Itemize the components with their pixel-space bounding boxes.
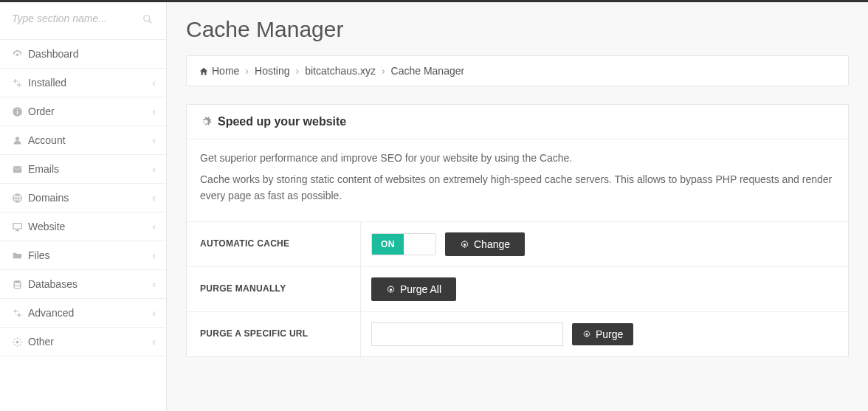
toggle-off-space <box>404 234 435 255</box>
user-icon <box>12 135 28 146</box>
gauge-icon <box>12 49 28 60</box>
svg-line-1 <box>149 21 152 24</box>
sidebar-item-installed: Installed‹ <box>0 68 166 97</box>
sidebar-item-label: Advanced <box>28 307 74 319</box>
breadcrumb-label: Home <box>212 65 239 77</box>
auto-cache-toggle[interactable]: ON <box>371 233 436 255</box>
sidebar-item-emails: Emails‹ <box>0 154 166 183</box>
breadcrumb-bitcatchaus-xyz[interactable]: bitcatchaus.xyz <box>305 65 376 77</box>
sidebar-item-label: Installed <box>28 77 66 89</box>
sidebar-link-website[interactable]: Website‹ <box>0 213 166 241</box>
chevron-right-icon: › <box>245 65 249 77</box>
chevron-left-icon: ‹ <box>152 221 156 232</box>
panel-para1: Get superior performance and improve SEO… <box>200 150 835 166</box>
search-input[interactable] <box>12 13 154 24</box>
chevron-left-icon: ‹ <box>152 278 156 290</box>
svg-point-3 <box>18 83 21 86</box>
sidebar-link-installed[interactable]: Installed‹ <box>0 69 166 97</box>
panel-description: Get superior performance and improve SEO… <box>187 139 848 221</box>
sidebar-item-label: Order <box>28 106 55 117</box>
sidebar-item-databases: Databases‹ <box>0 269 166 298</box>
svg-rect-6 <box>17 108 18 109</box>
change-button[interactable]: Change <box>445 232 525 256</box>
chevron-left-icon: ‹ <box>152 336 156 348</box>
sidebar-item-dashboard: Dashboard <box>0 39 166 68</box>
row-label: Purge a Specific URL <box>187 312 361 356</box>
chevron-left-icon: ‹ <box>152 77 156 89</box>
svg-point-12 <box>15 310 17 312</box>
svg-rect-8 <box>13 166 21 173</box>
sidebar-item-label: Dashboard <box>28 48 79 60</box>
purge-button-label: Purge <box>596 328 623 340</box>
sidebar-link-databases[interactable]: Databases‹ <box>0 270 166 298</box>
sidebar-link-account[interactable]: Account‹ <box>0 126 166 154</box>
gears-icon <box>200 116 212 128</box>
chevron-left-icon: ‹ <box>152 106 156 117</box>
sidebar-search <box>0 2 166 30</box>
chevron-left-icon: ‹ <box>152 134 156 146</box>
panel-heading: Speed up your website <box>187 105 848 139</box>
sidebar-item-domains: Domains‹ <box>0 183 166 212</box>
sidebar-item-advanced: Advanced‹ <box>0 298 166 327</box>
svg-point-11 <box>14 280 21 283</box>
sidebar: DashboardInstalled‹Order‹Account‹Emails‹… <box>0 2 167 411</box>
sidebar-item-label: Emails <box>28 163 59 175</box>
breadcrumb-label: Cache Manager <box>391 65 465 77</box>
row-label: Automatic Cache <box>187 222 361 266</box>
sidebar-link-other[interactable]: Other‹ <box>0 328 166 356</box>
sidebar-item-label: Other <box>28 336 54 348</box>
sidebar-item-files: Files‹ <box>0 241 166 269</box>
monitor-icon <box>12 221 28 232</box>
svg-point-13 <box>18 314 21 316</box>
gear-icon <box>386 285 396 294</box>
cache-panel: Speed up your website Get superior perfo… <box>186 104 849 357</box>
sidebar-item-label: Account <box>28 134 66 146</box>
row-automatic-cache: Automatic Cache ON Change <box>187 222 848 267</box>
svg-point-14 <box>16 340 19 343</box>
chevron-right-icon: › <box>382 65 385 77</box>
folder-icon <box>12 250 28 261</box>
chevron-left-icon: ‹ <box>152 307 156 319</box>
sidebar-item-other: Other‹ <box>0 327 166 356</box>
gear-icon <box>582 330 591 339</box>
home-icon <box>199 66 209 77</box>
chevron-right-icon: › <box>296 65 300 77</box>
info-icon <box>12 106 28 117</box>
purge-all-label: Purge All <box>400 283 441 295</box>
sidebar-item-order: Order‹ <box>0 97 166 125</box>
gear-icon <box>460 240 469 249</box>
panel-para2: Cache works by storing static content of… <box>200 171 835 204</box>
panel-heading-text: Speed up your website <box>218 115 346 128</box>
breadcrumb-home[interactable]: Home <box>199 65 239 77</box>
envelope-icon <box>12 164 28 175</box>
sidebar-item-account: Account‹ <box>0 125 166 154</box>
purge-button[interactable]: Purge <box>572 323 633 345</box>
svg-point-17 <box>586 334 588 336</box>
gears-icon <box>12 308 28 319</box>
purge-url-input[interactable] <box>371 322 563 346</box>
breadcrumb-hosting[interactable]: Hosting <box>255 65 289 77</box>
row-label: Purge Manually <box>187 267 361 311</box>
sidebar-link-order[interactable]: Order‹ <box>0 97 166 125</box>
sidebar-link-advanced[interactable]: Advanced‹ <box>0 299 166 327</box>
search-icon <box>142 14 153 24</box>
sidebar-link-files[interactable]: Files‹ <box>0 241 166 269</box>
svg-point-7 <box>16 137 19 140</box>
svg-rect-10 <box>13 223 21 229</box>
svg-rect-5 <box>17 111 18 114</box>
row-purge-url: Purge a Specific URL Purge <box>187 312 848 356</box>
sidebar-link-emails[interactable]: Emails‹ <box>0 155 166 183</box>
svg-point-2 <box>15 80 17 82</box>
breadcrumb-cache-manager: Cache Manager <box>391 65 465 77</box>
toggle-on-label: ON <box>372 234 404 255</box>
sidebar-link-domains[interactable]: Domains‹ <box>0 184 166 212</box>
sidebar-link-dashboard[interactable]: Dashboard <box>0 40 166 68</box>
page-title: Cache Manager <box>186 17 849 42</box>
purge-all-button[interactable]: Purge All <box>371 277 456 301</box>
gears-icon <box>12 77 28 89</box>
svg-point-15 <box>464 244 466 246</box>
svg-point-0 <box>144 15 150 21</box>
breadcrumb-label: bitcatchaus.xyz <box>305 65 376 77</box>
chevron-left-icon: ‹ <box>152 192 156 204</box>
chevron-left-icon: ‹ <box>152 163 156 175</box>
